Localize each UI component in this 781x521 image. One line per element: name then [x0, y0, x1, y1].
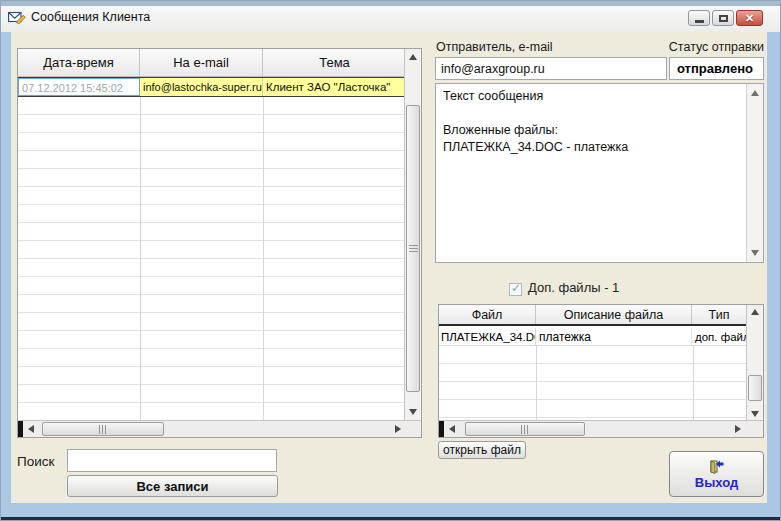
column-header-datetime: Дата-время: [18, 49, 140, 76]
splitter-handle[interactable]: [439, 421, 444, 437]
table-row-empty[interactable]: [18, 205, 406, 223]
close-button[interactable]: ✕: [736, 10, 763, 26]
files-vscroll-thumb[interactable]: [748, 375, 762, 401]
column-divider: [536, 346, 537, 422]
cell-email[interactable]: info@lastochka-super.ru: [140, 78, 263, 96]
scrollbar-corner: [404, 420, 421, 437]
column-header-file-type: Тип: [692, 305, 746, 324]
search-input[interactable]: [67, 449, 277, 472]
scroll-left-icon[interactable]: [449, 425, 455, 433]
column-header-file: Файл: [439, 305, 536, 324]
table-row-empty[interactable]: [18, 367, 406, 385]
scroll-right-icon[interactable]: [395, 425, 401, 433]
column-header-email: На e-mail: [140, 49, 263, 76]
scrollbar-corner: [746, 420, 763, 437]
scroll-left-icon[interactable]: [28, 425, 34, 433]
table-row-empty[interactable]: [18, 403, 406, 421]
column-divider: [140, 97, 141, 422]
scroll-up-icon[interactable]: [409, 54, 417, 60]
window-bottom-edge: [1, 517, 781, 520]
message-body-textarea[interactable]: Текст сообщения Вложенные файлы: ПЛАТЕЖК…: [435, 83, 764, 263]
column-header-file-description: Описание файла: [536, 305, 692, 324]
table-row-empty[interactable]: [18, 115, 406, 133]
exit-button-label: Выход: [695, 475, 738, 490]
files-hscroll-thumb[interactable]: [465, 422, 585, 436]
table-row-empty[interactable]: [18, 277, 406, 295]
minimize-icon: [695, 20, 704, 23]
scroll-grip: [521, 425, 529, 434]
open-file-button[interactable]: открыть файл: [438, 441, 526, 459]
table-row-empty[interactable]: [18, 223, 406, 241]
table-row-empty[interactable]: [18, 259, 406, 277]
status-label: Статус отправки: [601, 40, 764, 54]
files-vertical-scrollbar[interactable]: [746, 305, 763, 420]
column-header-subject: Тема: [263, 49, 406, 76]
table-row-empty[interactable]: [18, 151, 406, 169]
files-horizontal-scrollbar[interactable]: [439, 420, 746, 437]
column-divider: [693, 346, 694, 422]
scroll-down-icon[interactable]: [751, 250, 759, 256]
table-row-empty[interactable]: [18, 349, 406, 367]
table-row-empty[interactable]: [18, 331, 406, 349]
table-row-empty[interactable]: [18, 241, 406, 259]
scroll-grip: [409, 245, 418, 253]
scroll-down-icon[interactable]: [751, 411, 759, 417]
messages-horizontal-scrollbar[interactable]: [18, 420, 406, 437]
scroll-up-icon[interactable]: [751, 90, 759, 96]
messages-table-empty-rows: [18, 97, 406, 422]
table-row-empty[interactable]: [439, 346, 746, 364]
cell-datetime[interactable]: 07.12.2012 15:45:02: [18, 78, 140, 96]
search-label: Поиск: [17, 454, 54, 469]
extra-files-label: Доп. файлы - 1: [528, 280, 619, 295]
app-window: Сообщения Клиента ✕ Дата-время На e-mail…: [0, 0, 781, 521]
table-row-empty[interactable]: [18, 169, 406, 187]
table-row-empty[interactable]: [18, 133, 406, 151]
sender-label: Отправитель, e-mail: [436, 40, 553, 54]
cell-file-description[interactable]: платежка: [536, 328, 692, 345]
scroll-right-icon[interactable]: [735, 425, 741, 433]
status-value: отправлено: [669, 57, 764, 80]
files-table-empty-rows: [439, 346, 746, 422]
splitter-handle[interactable]: [18, 421, 23, 437]
titlebar[interactable]: Сообщения Клиента ✕: [1, 6, 781, 32]
extra-files-checkbox[interactable]: [509, 283, 522, 296]
table-row-empty[interactable]: [439, 382, 746, 400]
table-row-empty[interactable]: [439, 400, 746, 418]
sender-email-field[interactable]: [435, 57, 667, 80]
table-row-empty[interactable]: [439, 364, 746, 382]
maximize-button[interactable]: [712, 10, 734, 26]
scroll-grip: [99, 425, 107, 434]
table-row-empty[interactable]: [18, 313, 406, 331]
messages-table-header: Дата-время На e-mail Тема: [18, 49, 406, 77]
table-row-selected[interactable]: 07.12.2012 15:45:02 info@lastochka-super…: [18, 77, 406, 97]
table-row-empty[interactable]: [18, 187, 406, 205]
cell-subject[interactable]: Клиент ЗАО "Ласточка": [263, 78, 405, 96]
close-icon: ✕: [745, 11, 754, 25]
table-row-empty[interactable]: [18, 97, 406, 115]
mail-compose-icon: [8, 8, 26, 26]
scroll-down-icon[interactable]: [409, 409, 417, 415]
exit-door-icon: [709, 458, 725, 474]
all-records-button[interactable]: Все записи: [67, 475, 278, 497]
messages-hscroll-thumb[interactable]: [42, 422, 164, 436]
exit-button[interactable]: Выход: [669, 451, 764, 497]
column-divider: [263, 97, 264, 422]
files-table: Файл Описание файла Тип ПЛАТЕЖКА_34.DOC …: [438, 304, 764, 438]
window-title: Сообщения Клиента: [31, 10, 150, 24]
table-row-empty[interactable]: [18, 295, 406, 313]
scroll-up-icon[interactable]: [751, 309, 759, 315]
table-row-empty[interactable]: [18, 385, 406, 403]
messages-vscroll-thumb[interactable]: [406, 105, 420, 392]
message-vertical-scrollbar[interactable]: [746, 84, 763, 262]
cell-file-name[interactable]: ПЛАТЕЖКА_34.DOC: [439, 328, 536, 345]
minimize-button[interactable]: [688, 10, 710, 26]
messages-vertical-scrollbar[interactable]: [404, 49, 421, 420]
maximize-icon: [719, 15, 728, 22]
table-row-file[interactable]: ПЛАТЕЖКА_34.DOC платежка доп. файл: [439, 328, 746, 346]
message-body-text: Текст сообщения Вложенные файлы: ПЛАТЕЖК…: [443, 88, 741, 260]
files-table-header: Файл Описание файла Тип: [439, 305, 746, 326]
cell-file-type[interactable]: доп. файл: [692, 328, 746, 345]
messages-table: Дата-время На e-mail Тема 07.12.2012 15:…: [17, 48, 422, 438]
